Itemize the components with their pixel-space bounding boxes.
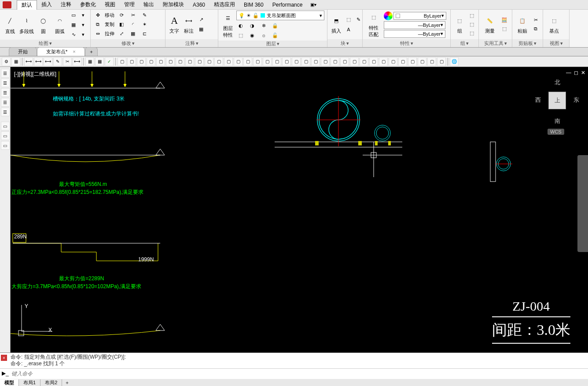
layiso-icon[interactable]: ◐ bbox=[236, 21, 245, 30]
tool-icon[interactable]: ▢ bbox=[437, 57, 446, 66]
table-icon[interactable]: ▦ bbox=[197, 25, 206, 34]
menu-default[interactable]: 默认 bbox=[17, 0, 37, 10]
paste-button[interactable]: 📋粘贴 bbox=[515, 11, 529, 38]
create-block-icon[interactable]: ⬚ bbox=[344, 15, 353, 24]
panel-group-label[interactable]: 组 ▾ bbox=[451, 39, 478, 47]
layer-tool-icon[interactable]: ▭ bbox=[1, 141, 10, 150]
copy-icon[interactable]: ⧉ bbox=[93, 20, 102, 29]
layer-tool-icon[interactable]: ☰ bbox=[1, 78, 10, 87]
tab-start[interactable]: 开始 bbox=[9, 47, 37, 56]
menu-addins[interactable]: 附加模块 bbox=[158, 0, 188, 9]
tool-icon[interactable]: ▦ bbox=[85, 57, 94, 66]
lineweight-combo[interactable]: — ByLayer ▾ bbox=[384, 21, 445, 29]
tab-layout1[interactable]: 布局1 bbox=[19, 379, 40, 386]
attr-icon[interactable]: A bbox=[344, 25, 353, 34]
gear-icon[interactable]: ⚙ bbox=[2, 57, 11, 66]
layfrz-icon[interactable]: ❄ bbox=[259, 21, 268, 30]
tool-icon[interactable]: ▢ bbox=[118, 57, 126, 66]
group-button[interactable]: ⬚组 bbox=[453, 11, 466, 38]
tool-icon[interactable]: ▢ bbox=[127, 57, 136, 66]
tool-icon[interactable]: ▢ bbox=[360, 57, 368, 66]
spline-icon[interactable]: ∿ bbox=[69, 30, 78, 39]
tool-icon[interactable]: ▢ bbox=[331, 57, 339, 66]
basepoint-button[interactable]: ⬚基点 bbox=[546, 11, 562, 38]
drop-icon[interactable]: ▾ bbox=[79, 20, 88, 29]
panel-view-label[interactable]: 视图 ▾ bbox=[543, 39, 569, 47]
tab-model[interactable]: 模型 bbox=[0, 379, 19, 386]
groupsel-icon[interactable]: ⬚ bbox=[467, 29, 476, 38]
layoff-icon[interactable]: ◑ bbox=[248, 21, 257, 30]
panel-annot-label[interactable]: 注释 ▾ bbox=[165, 39, 218, 47]
menu-performance[interactable]: Performance bbox=[268, 1, 307, 9]
tool-icon[interactable]: ▢ bbox=[427, 57, 436, 66]
text-button[interactable]: A文字 bbox=[168, 11, 181, 38]
panel-prop-label[interactable]: 特性 ▾ bbox=[363, 39, 450, 47]
match-props-button[interactable]: ⬚特性 匹配 bbox=[365, 11, 382, 38]
mirror-icon[interactable]: ◧ bbox=[117, 20, 126, 29]
color-icon[interactable] bbox=[384, 11, 393, 20]
circle-button[interactable]: ◯圆 bbox=[36, 11, 51, 38]
tool-icon[interactable]: ▢ bbox=[195, 57, 204, 66]
menu-output[interactable]: 输出 bbox=[139, 0, 158, 9]
trim-icon[interactable]: ✂ bbox=[129, 11, 137, 19]
tool-icon[interactable]: ▢ bbox=[292, 57, 301, 66]
tool-icon[interactable]: ▢ bbox=[166, 57, 175, 66]
tool-icon[interactable]: ▢ bbox=[301, 57, 310, 66]
layer-combo[interactable]: 💡☀🔓 支吊架断面图▾ bbox=[236, 11, 324, 20]
ungroup-icon[interactable]: ⬚ bbox=[467, 11, 476, 20]
tool-icon[interactable]: ▢ bbox=[350, 57, 359, 66]
stretch-icon[interactable]: ⇔ bbox=[93, 29, 102, 38]
tool-icon[interactable]: ▢ bbox=[214, 57, 223, 66]
menu-view[interactable]: 视图 bbox=[100, 0, 120, 9]
close-history-icon[interactable]: × bbox=[1, 355, 7, 361]
move-icon[interactable]: ✥ bbox=[93, 11, 102, 19]
tool-icon[interactable]: ▢ bbox=[224, 57, 233, 66]
tab-layout2[interactable]: 布局2 bbox=[40, 379, 62, 386]
tool-icon[interactable]: ▢ bbox=[321, 57, 330, 66]
cut-icon[interactable]: ✂ bbox=[531, 16, 540, 25]
tool-icon[interactable]: ▢ bbox=[263, 57, 272, 66]
menu-overflow-icon[interactable]: ▣▾ bbox=[310, 2, 316, 7]
tool-icon[interactable]: ⟷ bbox=[24, 57, 33, 66]
tool-icon[interactable]: ▢ bbox=[156, 57, 165, 66]
tool-icon[interactable]: ⟷ bbox=[34, 57, 43, 66]
laymatch-icon[interactable]: ⬚ bbox=[236, 31, 245, 40]
tool-icon[interactable]: ▢ bbox=[311, 57, 320, 66]
drop-icon[interactable]: ▾ bbox=[79, 30, 88, 39]
arc-button[interactable]: ◠圆弧 bbox=[52, 11, 67, 38]
tab-add[interactable]: ＋ bbox=[85, 47, 98, 56]
globe-icon[interactable]: 🌐 bbox=[450, 57, 459, 66]
close-icon[interactable]: × bbox=[73, 49, 75, 54]
panel-util-label[interactable]: 实用工具 ▾ bbox=[479, 39, 512, 47]
tool-icon[interactable]: ▢ bbox=[185, 57, 194, 66]
tool-icon[interactable]: ✓ bbox=[105, 57, 114, 66]
menu-bim360[interactable]: BIM 360 bbox=[239, 1, 268, 9]
layer-tool-icon[interactable]: ☰ bbox=[1, 108, 10, 116]
tool-icon[interactable]: ▢ bbox=[176, 57, 184, 66]
rotate-icon[interactable]: ⟳ bbox=[117, 11, 126, 19]
color-combo[interactable]: ByLayer ▾ bbox=[393, 12, 446, 20]
tab-file[interactable]: 支架布点*× bbox=[37, 47, 85, 56]
tool-icon[interactable]: ▢ bbox=[234, 57, 243, 66]
calc-icon[interactable]: 🧮 bbox=[500, 16, 509, 25]
tool-icon[interactable]: ▢ bbox=[147, 57, 155, 66]
menu-insert[interactable]: 插入 bbox=[37, 0, 56, 9]
drawing-canvas[interactable]: — ◻ ✕ [-][俯视][二维线框] 北 南 西 东 上 WCS bbox=[11, 67, 588, 353]
tool-icon[interactable]: ▢ bbox=[398, 57, 407, 66]
tool-icon[interactable]: ▢ bbox=[369, 57, 378, 66]
leader-icon[interactable]: ↗ bbox=[197, 15, 206, 24]
fillet-icon[interactable]: ◜ bbox=[129, 20, 137, 29]
line-button[interactable]: ╱直线 bbox=[3, 11, 18, 38]
tool-icon[interactable]: ⟷ bbox=[73, 57, 81, 66]
scale-icon[interactable]: ⤢ bbox=[117, 29, 126, 38]
layer-tool-icon[interactable]: ☰ bbox=[1, 88, 10, 97]
polyline-button[interactable]: ⌇多段线 bbox=[19, 11, 34, 38]
menu-annotate[interactable]: 注释 bbox=[56, 0, 76, 9]
measure-button[interactable]: 📏测量 bbox=[481, 11, 498, 38]
tool-icon[interactable]: ▢ bbox=[205, 57, 213, 66]
tool-icon[interactable]: ▦ bbox=[95, 57, 104, 66]
tool-icon[interactable]: ▢ bbox=[408, 57, 417, 66]
laylock-icon[interactable]: 🔒 bbox=[271, 21, 279, 30]
tool-icon[interactable]: ▢ bbox=[379, 57, 388, 66]
add-layout-icon[interactable]: ＋ bbox=[62, 379, 72, 386]
